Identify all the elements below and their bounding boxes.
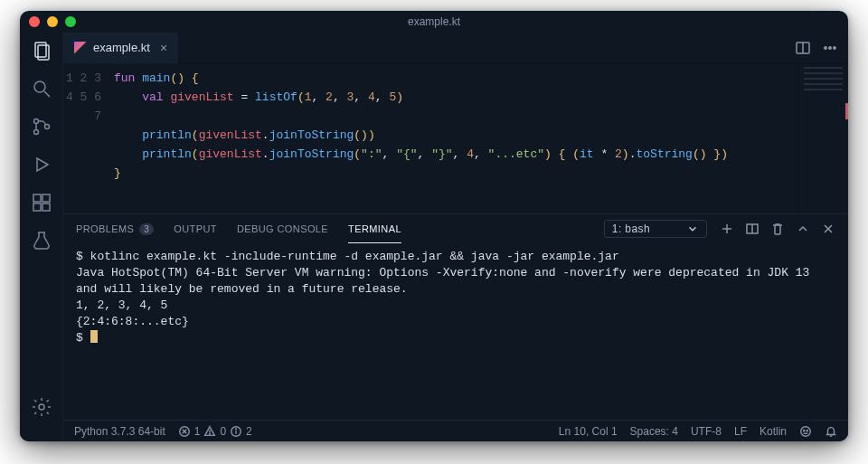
svg-point-13	[39, 404, 44, 410]
svg-point-16	[825, 46, 826, 48]
svg-point-33	[801, 426, 811, 436]
svg-point-17	[829, 46, 831, 48]
kill-terminal-icon[interactable]	[770, 222, 785, 236]
close-tab-icon[interactable]: ×	[160, 41, 167, 55]
minimize-window-button[interactable]	[47, 16, 58, 27]
code-content[interactable]: fun main() { val givenList = listOf(1, 2…	[114, 63, 797, 213]
minimap[interactable]	[797, 63, 848, 213]
source-control-icon[interactable]	[31, 116, 52, 137]
terminal-selector-label: 1: bash	[612, 223, 650, 235]
testing-icon[interactable]	[31, 230, 52, 251]
split-editor-icon[interactable]	[796, 41, 810, 55]
status-problems[interactable]: 1 0 2	[178, 425, 252, 438]
more-actions-icon[interactable]	[823, 41, 837, 55]
svg-point-6	[44, 125, 49, 129]
activity-bar	[20, 33, 63, 441]
svg-point-4	[33, 119, 38, 124]
window-controls	[29, 16, 76, 27]
terminal-output[interactable]: $ kotlinc example.kt -include-runtime -d…	[63, 243, 848, 420]
extensions-icon[interactable]	[31, 192, 52, 213]
chevron-down-icon	[686, 223, 699, 235]
svg-point-35	[807, 430, 807, 431]
new-terminal-icon[interactable]	[720, 222, 734, 236]
svg-rect-8	[33, 194, 41, 202]
close-panel-icon[interactable]	[821, 222, 835, 236]
kotlin-file-icon	[74, 42, 87, 54]
split-terminal-icon[interactable]	[745, 222, 760, 236]
svg-point-18	[834, 46, 835, 48]
search-icon[interactable]	[31, 78, 52, 99]
explorer-icon[interactable]	[31, 40, 52, 62]
bottom-panel: PROBLEMS3 OUTPUT DEBUG CONSOLE TERMINAL …	[63, 213, 848, 420]
problems-count-badge: 3	[139, 223, 154, 235]
editor-tabs: example.kt ×	[63, 33, 848, 63]
status-encoding[interactable]: UTF-8	[691, 425, 722, 438]
tab-terminal[interactable]: TERMINAL	[348, 214, 401, 243]
svg-point-2	[34, 81, 45, 92]
status-ln-col[interactable]: Ln 10, Col 1	[559, 425, 618, 438]
tab-debug-console[interactable]: DEBUG CONSOLE	[237, 214, 328, 243]
line-numbers: 1 2 3 4 5 6 7	[63, 63, 114, 213]
status-spaces[interactable]: Spaces: 4	[630, 425, 678, 438]
warning-icon	[203, 425, 216, 438]
maximize-panel-icon[interactable]	[796, 222, 810, 236]
info-icon	[230, 425, 242, 438]
status-bar: Python 3.7.3 64-bit 1 0 2 Ln 10, Col 1 S…	[63, 420, 848, 441]
status-bell-icon[interactable]	[825, 425, 837, 438]
vscode-window: example.kt	[20, 11, 848, 441]
svg-line-3	[44, 91, 50, 97]
svg-point-32	[236, 428, 237, 429]
terminal-cursor	[90, 330, 98, 343]
code-editor[interactable]: 1 2 3 4 5 6 7 fun main() { val givenList…	[63, 63, 848, 213]
svg-rect-9	[42, 194, 50, 202]
svg-point-5	[33, 130, 38, 135]
panel-tabs: PROBLEMS3 OUTPUT DEBUG CONSOLE TERMINAL …	[63, 214, 848, 243]
titlebar: example.kt	[20, 11, 848, 33]
svg-marker-7	[37, 158, 48, 171]
tab-example-kt[interactable]: example.kt ×	[63, 33, 179, 63]
status-eol[interactable]: LF	[734, 425, 747, 438]
tab-title: example.kt	[93, 41, 150, 54]
window-title: example.kt	[20, 15, 848, 28]
tab-output[interactable]: OUTPUT	[174, 214, 217, 243]
settings-gear-icon[interactable]	[31, 396, 52, 418]
status-feedback-icon[interactable]	[799, 425, 812, 438]
error-icon	[178, 425, 191, 438]
status-python[interactable]: Python 3.7.3 64-bit	[74, 425, 165, 438]
tab-problems[interactable]: PROBLEMS3	[76, 214, 154, 243]
svg-rect-10	[33, 204, 41, 211]
terminal-selector[interactable]: 1: bash	[604, 220, 707, 238]
close-window-button[interactable]	[29, 16, 40, 27]
svg-rect-11	[42, 204, 50, 211]
zoom-window-button[interactable]	[65, 16, 76, 27]
status-language[interactable]: Kotlin	[760, 425, 787, 438]
svg-point-34	[804, 430, 805, 431]
svg-point-29	[210, 433, 211, 434]
run-debug-icon[interactable]	[31, 154, 52, 175]
